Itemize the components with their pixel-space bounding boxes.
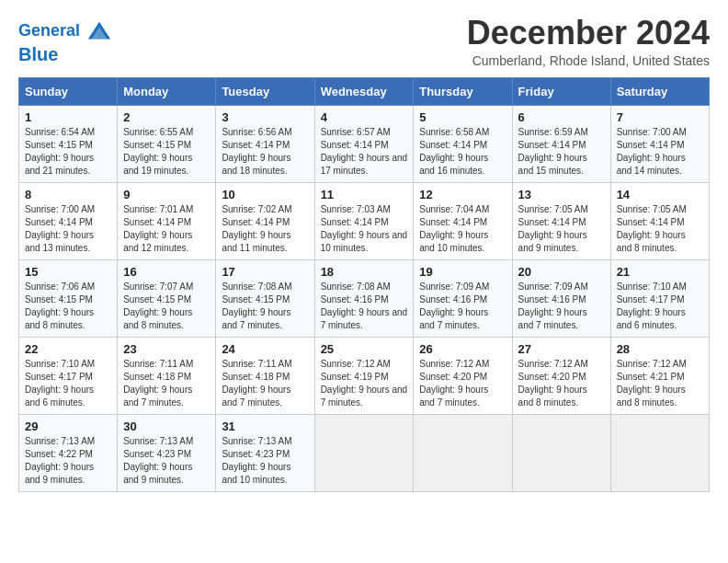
day-info: Sunrise: 7:12 AMSunset: 4:20 PMDaylight:…: [518, 358, 605, 409]
day-number: 11: [321, 188, 408, 201]
calendar-cell: 1Sunrise: 6:54 AMSunset: 4:15 PMDaylight…: [19, 105, 118, 182]
calendar-cell: 21Sunrise: 7:10 AMSunset: 4:17 PMDayligh…: [610, 259, 709, 337]
weekday-header-saturday: Saturday: [610, 77, 709, 105]
day-info: Sunrise: 7:13 AMSunset: 4:23 PMDaylight:…: [222, 435, 308, 487]
day-number: 22: [25, 342, 111, 356]
day-info: Sunrise: 7:09 AMSunset: 4:16 PMDaylight:…: [518, 281, 605, 332]
day-info: Sunrise: 7:12 AMSunset: 4:21 PMDaylight:…: [617, 358, 703, 409]
calendar-header-row: SundayMondayTuesdayWednesdayThursdayFrid…: [19, 77, 710, 105]
calendar-cell: 24Sunrise: 7:11 AMSunset: 4:18 PMDayligh…: [216, 337, 314, 414]
day-number: 27: [518, 342, 605, 356]
weekday-header-friday: Friday: [512, 77, 610, 105]
day-number: 30: [123, 419, 210, 433]
day-info: Sunrise: 7:09 AMSunset: 4:16 PMDaylight:…: [419, 281, 506, 332]
weekday-header-wednesday: Wednesday: [314, 77, 414, 105]
calendar-cell: 22Sunrise: 7:10 AMSunset: 4:17 PMDayligh…: [19, 337, 118, 414]
calendar-week-row: 22Sunrise: 7:10 AMSunset: 4:17 PMDayligh…: [19, 337, 710, 414]
calendar-cell: 13Sunrise: 7:05 AMSunset: 4:14 PMDayligh…: [512, 182, 610, 259]
day-number: 28: [617, 342, 703, 356]
calendar-cell: 19Sunrise: 7:09 AMSunset: 4:16 PMDayligh…: [414, 259, 512, 337]
weekday-header-tuesday: Tuesday: [216, 77, 314, 105]
calendar-cell: 14Sunrise: 7:05 AMSunset: 4:14 PMDayligh…: [610, 182, 709, 259]
day-info: Sunrise: 7:12 AMSunset: 4:19 PMDaylight:…: [321, 358, 408, 409]
logo-text: General: [18, 18, 112, 44]
calendar-cell: 26Sunrise: 7:12 AMSunset: 4:20 PMDayligh…: [414, 337, 512, 414]
day-info: Sunrise: 7:05 AMSunset: 4:14 PMDaylight:…: [617, 203, 703, 255]
calendar-cell: 27Sunrise: 7:12 AMSunset: 4:20 PMDayligh…: [512, 337, 610, 414]
calendar-cell: 16Sunrise: 7:07 AMSunset: 4:15 PMDayligh…: [118, 259, 216, 337]
day-number: 8: [25, 188, 111, 201]
day-number: 6: [518, 110, 605, 124]
day-number: 21: [617, 265, 703, 279]
day-info: Sunrise: 7:13 AMSunset: 4:22 PMDaylight:…: [25, 435, 111, 487]
weekday-header-sunday: Sunday: [19, 77, 118, 105]
day-number: 19: [419, 265, 506, 279]
calendar-cell: 3Sunrise: 6:56 AMSunset: 4:14 PMDaylight…: [216, 105, 314, 182]
day-number: 24: [222, 342, 308, 356]
day-info: Sunrise: 7:11 AMSunset: 4:18 PMDaylight:…: [123, 358, 210, 409]
calendar-cell: 10Sunrise: 7:02 AMSunset: 4:14 PMDayligh…: [216, 182, 314, 259]
calendar-cell: [314, 414, 414, 491]
calendar-cell: [414, 414, 512, 491]
calendar-cell: 9Sunrise: 7:01 AMSunset: 4:14 PMDaylight…: [118, 182, 216, 259]
day-number: 15: [25, 265, 111, 279]
calendar-cell: 20Sunrise: 7:09 AMSunset: 4:16 PMDayligh…: [512, 259, 610, 337]
calendar-week-row: 29Sunrise: 7:13 AMSunset: 4:22 PMDayligh…: [19, 414, 710, 491]
day-number: 9: [123, 188, 210, 201]
day-number: 17: [222, 265, 308, 279]
logo: General Blue: [18, 18, 112, 65]
day-info: Sunrise: 7:10 AMSunset: 4:17 PMDaylight:…: [617, 281, 703, 332]
day-info: Sunrise: 7:06 AMSunset: 4:15 PMDaylight:…: [25, 281, 111, 332]
calendar-cell: 31Sunrise: 7:13 AMSunset: 4:23 PMDayligh…: [216, 414, 314, 491]
day-number: 12: [419, 188, 506, 201]
weekday-header-thursday: Thursday: [414, 77, 512, 105]
calendar-cell: 6Sunrise: 6:59 AMSunset: 4:14 PMDaylight…: [512, 105, 610, 182]
calendar-cell: 12Sunrise: 7:04 AMSunset: 4:14 PMDayligh…: [414, 182, 512, 259]
calendar-cell: 23Sunrise: 7:11 AMSunset: 4:18 PMDayligh…: [118, 337, 216, 414]
calendar-week-row: 8Sunrise: 7:00 AMSunset: 4:14 PMDaylight…: [19, 182, 710, 259]
day-info: Sunrise: 7:07 AMSunset: 4:15 PMDaylight:…: [123, 281, 210, 332]
calendar-cell: [610, 414, 709, 491]
day-info: Sunrise: 7:02 AMSunset: 4:14 PMDaylight:…: [222, 203, 308, 255]
calendar-week-row: 1Sunrise: 6:54 AMSunset: 4:15 PMDaylight…: [19, 105, 710, 182]
day-number: 13: [518, 188, 605, 201]
day-number: 3: [222, 110, 308, 124]
day-number: 1: [25, 110, 111, 124]
calendar-table: SundayMondayTuesdayWednesdayThursdayFrid…: [18, 77, 710, 492]
calendar-cell: 5Sunrise: 6:58 AMSunset: 4:14 PMDaylight…: [414, 105, 512, 182]
calendar-cell: 8Sunrise: 7:00 AMSunset: 4:14 PMDaylight…: [19, 182, 118, 259]
calendar-cell: 17Sunrise: 7:08 AMSunset: 4:15 PMDayligh…: [216, 259, 314, 337]
calendar-cell: 18Sunrise: 7:08 AMSunset: 4:16 PMDayligh…: [314, 259, 414, 337]
calendar-cell: 29Sunrise: 7:13 AMSunset: 4:22 PMDayligh…: [19, 414, 118, 491]
calendar-cell: 25Sunrise: 7:12 AMSunset: 4:19 PMDayligh…: [314, 337, 414, 414]
calendar-cell: 28Sunrise: 7:12 AMSunset: 4:21 PMDayligh…: [610, 337, 709, 414]
title-area: December 2024 Cumberland, Rhode Island, …: [467, 15, 710, 68]
day-number: 18: [321, 265, 408, 279]
day-info: Sunrise: 7:10 AMSunset: 4:17 PMDaylight:…: [25, 358, 111, 409]
month-title: December 2024: [467, 15, 710, 52]
day-number: 10: [222, 188, 308, 201]
calendar-cell: 15Sunrise: 7:06 AMSunset: 4:15 PMDayligh…: [19, 259, 118, 337]
weekday-header-monday: Monday: [118, 77, 216, 105]
calendar-cell: 7Sunrise: 7:00 AMSunset: 4:14 PMDaylight…: [610, 105, 709, 182]
calendar-cell: 4Sunrise: 6:57 AMSunset: 4:14 PMDaylight…: [314, 105, 414, 182]
day-info: Sunrise: 7:01 AMSunset: 4:14 PMDaylight:…: [123, 203, 210, 255]
day-number: 29: [25, 419, 111, 433]
day-info: Sunrise: 7:08 AMSunset: 4:15 PMDaylight:…: [222, 281, 308, 332]
page-header: General Blue December 2024 Cumberland, R…: [18, 15, 710, 68]
day-info: Sunrise: 7:00 AMSunset: 4:14 PMDaylight:…: [25, 203, 111, 255]
day-number: 25: [321, 342, 408, 356]
day-info: Sunrise: 6:59 AMSunset: 4:14 PMDaylight:…: [518, 126, 605, 178]
day-info: Sunrise: 6:58 AMSunset: 4:14 PMDaylight:…: [419, 126, 506, 178]
logo-icon: [86, 18, 112, 44]
day-number: 14: [617, 188, 703, 201]
day-number: 16: [123, 265, 210, 279]
day-info: Sunrise: 7:00 AMSunset: 4:14 PMDaylight:…: [617, 126, 703, 178]
day-info: Sunrise: 7:08 AMSunset: 4:16 PMDaylight:…: [321, 281, 408, 332]
day-number: 23: [123, 342, 210, 356]
day-number: 2: [123, 110, 210, 124]
day-number: 4: [321, 110, 408, 124]
day-info: Sunrise: 6:57 AMSunset: 4:14 PMDaylight:…: [321, 126, 408, 178]
calendar-cell: 2Sunrise: 6:55 AMSunset: 4:15 PMDaylight…: [118, 105, 216, 182]
calendar-cell: 30Sunrise: 7:13 AMSunset: 4:23 PMDayligh…: [118, 414, 216, 491]
